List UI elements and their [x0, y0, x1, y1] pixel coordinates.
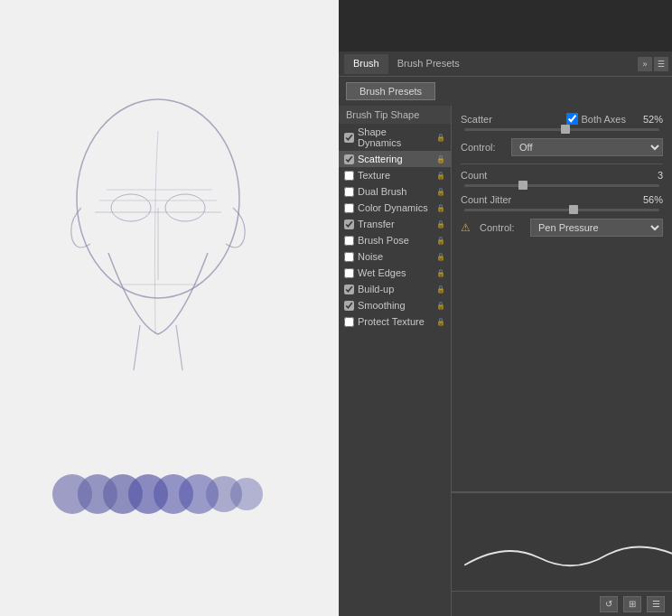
label-build-up: Build-up: [358, 284, 433, 294]
bottom-toolbar: ↺ ⊞ ☰: [452, 591, 672, 616]
brush-panel: Brush Brush Presets » ☰ Brush Presets Br…: [339, 51, 672, 616]
scatter-value: 52%: [631, 114, 663, 125]
brush-item-noise[interactable]: Noise🔒: [339, 248, 451, 265]
svg-point-17: [230, 478, 263, 510]
settings-panel: Scatter Both Axes 52% Control:: [452, 106, 672, 616]
grid-button[interactable]: ⊞: [623, 596, 641, 612]
label-brush-pose: Brush Pose: [358, 235, 433, 246]
label-scattering: Scattering: [358, 154, 433, 164]
count-jitter-slider-row[interactable]: [461, 209, 663, 211]
control-pen-pressure-row: ⚠ Control: Off Fade Pen Pressure Pen Til…: [461, 219, 663, 237]
warning-icon: ⚠: [461, 221, 471, 234]
settings-area: Scatter Both Axes 52% Control:: [452, 106, 672, 491]
lock-icon-wet-edges: 🔒: [436, 269, 445, 277]
scatter-label: Scatter: [461, 114, 506, 125]
lock-icon-scattering: 🔒: [436, 155, 445, 163]
label-noise: Noise: [358, 251, 433, 262]
label-protect-texture: Protect Texture: [358, 316, 433, 327]
lock-icon-build-up: 🔒: [436, 285, 445, 294]
brush-item-shape-dynamics[interactable]: Shape Dynamics🔒: [339, 124, 451, 151]
lock-icon-shape-dynamics: 🔒: [436, 134, 445, 142]
scatter-row: Scatter Both Axes 52%: [461, 113, 663, 125]
svg-point-4: [165, 194, 205, 221]
label-transfer: Transfer: [358, 219, 433, 229]
checkbox-noise[interactable]: [344, 252, 354, 262]
svg-point-0: [77, 99, 239, 298]
checkbox-smoothing[interactable]: [344, 301, 354, 311]
brush-tip-shape-label: Brush Tip Shape: [339, 106, 451, 124]
count-value: 3: [658, 170, 663, 181]
brush-item-brush-pose[interactable]: Brush Pose🔒: [339, 232, 451, 248]
divider-1: [461, 163, 663, 164]
lock-icon-protect-texture: 🔒: [436, 318, 445, 326]
scatter-slider-track[interactable]: [464, 128, 659, 131]
brush-item-dual-brush[interactable]: Dual Brush🔒: [339, 183, 451, 200]
brush-item-color-dynamics[interactable]: Color Dynamics🔒: [339, 200, 451, 216]
checkbox-scattering[interactable]: [344, 154, 354, 164]
scatter-slider-row[interactable]: [461, 128, 663, 131]
brush-item-texture[interactable]: Texture🔒: [339, 167, 451, 183]
checkbox-wet-edges[interactable]: [344, 268, 354, 278]
svg-line-5: [134, 325, 140, 370]
brush-item-smoothing[interactable]: Smoothing🔒: [339, 297, 451, 313]
brush-list: Shape Dynamics🔒Scattering🔒Texture🔒Dual B…: [339, 124, 451, 330]
control-pen-pressure-select[interactable]: Off Fade Pen Pressure Pen Tilt: [530, 219, 663, 237]
checkbox-texture[interactable]: [344, 171, 354, 181]
lock-icon-transfer: 🔒: [436, 220, 445, 229]
count-slider-track[interactable]: [464, 184, 659, 187]
checkbox-transfer[interactable]: [344, 219, 354, 229]
brush-item-transfer[interactable]: Transfer🔒: [339, 216, 451, 232]
lock-icon-dual-brush: 🔒: [436, 188, 445, 196]
scatter-slider-thumb[interactable]: [561, 125, 570, 134]
label-wet-edges: Wet Edges: [358, 267, 433, 278]
count-jitter-row: Count Jitter 56%: [461, 194, 663, 205]
control-off-row: Control: Off Fade Pen Pressure Pen Tilt: [461, 138, 663, 156]
label-smoothing: Smoothing: [358, 300, 433, 311]
control-pen-pressure-label: Control:: [480, 222, 525, 233]
lock-icon-brush-pose: 🔒: [436, 237, 445, 245]
label-shape-dynamics: Shape Dynamics: [358, 126, 433, 148]
checkbox-brush-pose[interactable]: [344, 236, 354, 246]
brush-item-build-up[interactable]: Build-up🔒: [339, 281, 451, 297]
checkbox-protect-texture[interactable]: [344, 317, 354, 327]
brush-item-wet-edges[interactable]: Wet Edges🔒: [339, 265, 451, 281]
checkbox-shape-dynamics[interactable]: [344, 133, 354, 143]
count-jitter-slider-track[interactable]: [464, 209, 659, 211]
tab-brush-presets[interactable]: Brush Presets: [388, 54, 469, 74]
brush-presets-button[interactable]: Brush Presets: [346, 82, 435, 100]
count-jitter-label: Count Jitter: [461, 194, 643, 205]
brush-preview-area: [452, 491, 672, 591]
count-slider-row[interactable]: [461, 184, 663, 187]
count-label: Count: [461, 170, 658, 181]
both-axes-check: Both Axes: [566, 113, 626, 125]
svg-point-3: [111, 194, 151, 221]
checkbox-build-up[interactable]: [344, 285, 354, 294]
checkbox-color-dynamics[interactable]: [344, 203, 354, 213]
lock-icon-texture: 🔒: [436, 172, 445, 180]
checkbox-dual-brush[interactable]: [344, 187, 354, 197]
panel-menu-btn[interactable]: ☰: [654, 57, 668, 71]
recycle-button[interactable]: ↺: [600, 596, 618, 612]
lock-icon-noise: 🔒: [436, 253, 445, 261]
count-jitter-value: 56%: [643, 194, 663, 205]
control-off-label: Control:: [461, 142, 506, 153]
control-off-select[interactable]: Off Fade Pen Pressure Pen Tilt: [511, 138, 663, 156]
brush-item-protect-texture[interactable]: Protect Texture🔒: [339, 313, 451, 330]
lock-icon-color-dynamics: 🔒: [436, 204, 445, 212]
tab-bar: Brush Brush Presets » ☰: [339, 51, 672, 77]
tab-brush[interactable]: Brush: [344, 54, 388, 74]
label-dual-brush: Dual Brush: [358, 186, 433, 197]
label-texture: Texture: [358, 170, 433, 181]
menu-button[interactable]: ☰: [647, 596, 665, 612]
panel-expand-btn[interactable]: »: [638, 57, 652, 71]
count-slider-thumb[interactable]: [518, 181, 527, 190]
panel-body: Brush Tip Shape Shape Dynamics🔒Scatterin…: [339, 106, 672, 616]
both-axes-checkbox[interactable]: [566, 113, 578, 125]
brush-presets-row: Brush Presets: [339, 77, 672, 106]
svg-line-6: [176, 325, 182, 370]
count-row: Count 3: [461, 170, 663, 181]
label-color-dynamics: Color Dynamics: [358, 202, 433, 213]
count-jitter-slider-thumb[interactable]: [569, 205, 578, 214]
brush-item-scattering[interactable]: Scattering🔒: [339, 151, 451, 167]
brush-list-panel: Brush Tip Shape Shape Dynamics🔒Scatterin…: [339, 106, 452, 616]
